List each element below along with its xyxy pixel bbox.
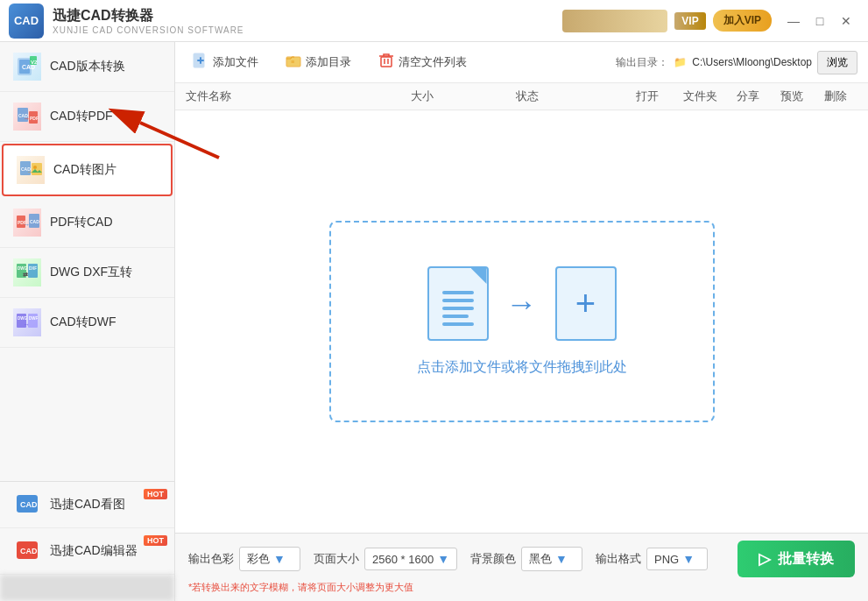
bg-color-label: 背景颜色 bbox=[470, 551, 516, 567]
sidebar-label-cad-dwf: CAD转DWF bbox=[50, 315, 116, 330]
toolbar: 添加文件 ≡ 添加目录 bbox=[175, 42, 868, 83]
convert-label: 批量转换 bbox=[778, 550, 834, 569]
vip-display-box bbox=[562, 10, 667, 32]
doc-line-1 bbox=[442, 291, 474, 294]
minimize-button[interactable]: — bbox=[780, 8, 807, 34]
doc-line-5 bbox=[442, 322, 474, 326]
output-dir-label: 输出目录： bbox=[616, 55, 668, 70]
drop-zone[interactable]: → + 点击添加文件或将文件拖拽到此处 bbox=[175, 110, 868, 533]
col-header-size: 大小 bbox=[411, 88, 516, 104]
bottom-bar: 输出色彩 彩色 ▼ 页面大小 2560 * 1600 ▼ bbox=[175, 533, 868, 601]
doc-line-4 bbox=[442, 315, 469, 318]
browse-button[interactable]: 浏览 bbox=[817, 51, 857, 74]
join-vip-button[interactable]: 加入VIP bbox=[713, 10, 772, 32]
window-controls: — □ ✕ bbox=[780, 8, 859, 34]
sidebar-item-pdf-cad[interactable]: PDF → CAD PDF转CAD bbox=[0, 198, 174, 248]
bg-color-arrow-icon: ▼ bbox=[555, 552, 568, 566]
pdf-cad-icon: PDF → CAD bbox=[13, 209, 41, 237]
cad-img-icon: CAD → bbox=[17, 156, 45, 184]
output-color-select[interactable]: 彩色 ▼ bbox=[239, 547, 300, 571]
drop-visual: → + bbox=[427, 266, 617, 341]
vip-area: VIP 加入VIP bbox=[562, 10, 772, 32]
cad-pdf-icon: CAD → PDF bbox=[13, 103, 41, 131]
bottom-controls: 输出色彩 彩色 ▼ 页面大小 2560 * 1600 ▼ bbox=[188, 541, 855, 577]
title-text: 迅捷CAD转换器 XUNJIE CAD CONVERSION SOFTWARE bbox=[53, 7, 562, 35]
add-dir-button[interactable]: ≡ 添加目录 bbox=[279, 49, 358, 75]
page-size-label: 页面大小 bbox=[314, 551, 359, 567]
sidebar-label-cad-pdf: CAD转PDF bbox=[50, 109, 113, 124]
sidebar-item-cad-version[interactable]: CAD V2 CAD版本转换 bbox=[0, 42, 174, 92]
output-format-select[interactable]: PNG ▼ bbox=[646, 548, 708, 570]
close-button[interactable]: ✕ bbox=[833, 8, 859, 34]
doc-line-3 bbox=[442, 307, 474, 310]
output-color-value: 彩色 bbox=[247, 551, 270, 567]
drop-box[interactable]: → + 点击添加文件或将文件拖拽到此处 bbox=[329, 221, 715, 422]
add-file-button[interactable]: 添加文件 bbox=[186, 49, 265, 75]
svg-text:CAD: CAD bbox=[30, 219, 39, 224]
convert-button[interactable]: ▷ 批量转换 bbox=[737, 541, 855, 577]
col-header-name: 文件名称 bbox=[186, 88, 411, 104]
sidebar-label-cad-editor: 迅捷CAD编辑器 bbox=[50, 543, 138, 559]
dwg-dxf-icon: DWG ⇄ DXF bbox=[13, 258, 41, 286]
document-icon bbox=[427, 266, 489, 341]
sidebar-item-dwg-dxf[interactable]: DWG ⇄ DXF DWG DXF互转 bbox=[0, 248, 174, 298]
svg-text:→: → bbox=[23, 221, 30, 229]
sidebar-label-pdf-cad: PDF转CAD bbox=[50, 215, 113, 230]
sidebar-item-cad-dwf[interactable]: DWG → DWF CAD转DWF bbox=[0, 298, 174, 348]
sidebar-item-cad-img[interactable]: CAD → CAD转图片 bbox=[2, 144, 173, 196]
clear-list-button[interactable]: 清空文件列表 bbox=[371, 49, 474, 75]
bg-color-group: 背景颜色 黑色 ▼ bbox=[470, 547, 582, 571]
folder-icon: 📁 bbox=[674, 56, 687, 68]
page-size-group: 页面大小 2560 * 1600 ▼ bbox=[314, 548, 457, 570]
hint-text: *若转换出来的文字模糊，请将页面大小调整为更大值 bbox=[188, 581, 855, 594]
output-color-arrow-icon: ▼ bbox=[273, 552, 286, 566]
svg-rect-37 bbox=[381, 57, 392, 67]
add-file-label: 添加文件 bbox=[213, 54, 258, 70]
page-size-arrow-icon: ▼ bbox=[437, 552, 449, 566]
bg-color-select[interactable]: 黑色 ▼ bbox=[521, 547, 582, 571]
maximize-button[interactable]: □ bbox=[807, 8, 833, 34]
sidebar-item-cad-editor[interactable]: CAD 迅捷CAD编辑器 HOT bbox=[0, 528, 174, 575]
output-color-label: 输出色彩 bbox=[188, 551, 234, 567]
sidebar-item-cad-pdf[interactable]: CAD → PDF CAD转PDF bbox=[0, 92, 174, 142]
bg-color-value: 黑色 bbox=[529, 551, 552, 567]
sidebar-bottom: CAD 迅捷CAD看图 HOT CAD 迅捷CAD编辑器 HOT bbox=[0, 481, 174, 601]
svg-text:⇄: ⇄ bbox=[23, 272, 28, 278]
svg-text:≡: ≡ bbox=[291, 59, 294, 65]
svg-point-14 bbox=[33, 166, 37, 169]
col-header-share: 分享 bbox=[726, 88, 770, 104]
title-bar: CAD 迅捷CAD转换器 XUNJIE CAD CONVERSION SOFTW… bbox=[0, 0, 868, 42]
sidebar-item-cad-viewer[interactable]: CAD 迅捷CAD看图 HOT bbox=[0, 482, 174, 528]
sidebar-label-cad-viewer: 迅捷CAD看图 bbox=[50, 497, 125, 513]
output-format-label: 输出格式 bbox=[596, 551, 641, 567]
blurred-section bbox=[0, 575, 174, 601]
svg-text:DXF: DXF bbox=[29, 266, 37, 271]
col-header-open: 打开 bbox=[621, 88, 674, 104]
sidebar-spacer bbox=[0, 348, 174, 481]
hot-badge-viewer: HOT bbox=[144, 489, 167, 499]
output-dir: 输出目录： 📁 C:\Users\Mloong\Desktop 浏览 bbox=[616, 51, 857, 74]
svg-text:CAD: CAD bbox=[20, 547, 38, 555]
col-header-folder: 文件夹 bbox=[674, 88, 726, 104]
svg-text:DWF: DWF bbox=[29, 316, 38, 321]
svg-text:DWG: DWG bbox=[18, 266, 27, 271]
svg-text:PDF: PDF bbox=[30, 116, 39, 121]
document-lines bbox=[442, 291, 474, 326]
svg-text:CAD: CAD bbox=[20, 500, 38, 509]
plus-box-icon: + bbox=[555, 266, 617, 341]
app-logo: CAD bbox=[9, 4, 44, 39]
sidebar: CAD V2 CAD版本转换 CAD → PDF bbox=[0, 42, 175, 601]
add-dir-label: 添加目录 bbox=[306, 54, 351, 70]
hot-badge-editor: HOT bbox=[144, 535, 167, 546]
app-wrapper: CAD 迅捷CAD转换器 XUNJIE CAD CONVERSION SOFTW… bbox=[0, 0, 868, 601]
drop-text: 点击添加文件或将文件拖拽到此处 bbox=[417, 358, 627, 377]
table-header: 文件名称 大小 状态 打开 文件夹 分享 预览 删除 bbox=[175, 83, 868, 110]
add-dir-icon: ≡ bbox=[286, 53, 301, 72]
sidebar-label-dwg-dxf: DWG DXF互转 bbox=[50, 265, 132, 280]
page-size-select[interactable]: 2560 * 1600 ▼ bbox=[364, 548, 457, 570]
main-layout: CAD V2 CAD版本转换 CAD → PDF bbox=[0, 42, 868, 601]
cad-dwf-icon: DWG → DWF bbox=[13, 308, 41, 336]
play-icon: ▷ bbox=[759, 549, 771, 569]
sidebar-label-cad-version: CAD版本转换 bbox=[50, 59, 125, 74]
output-format-group: 输出格式 PNG ▼ bbox=[596, 548, 708, 570]
